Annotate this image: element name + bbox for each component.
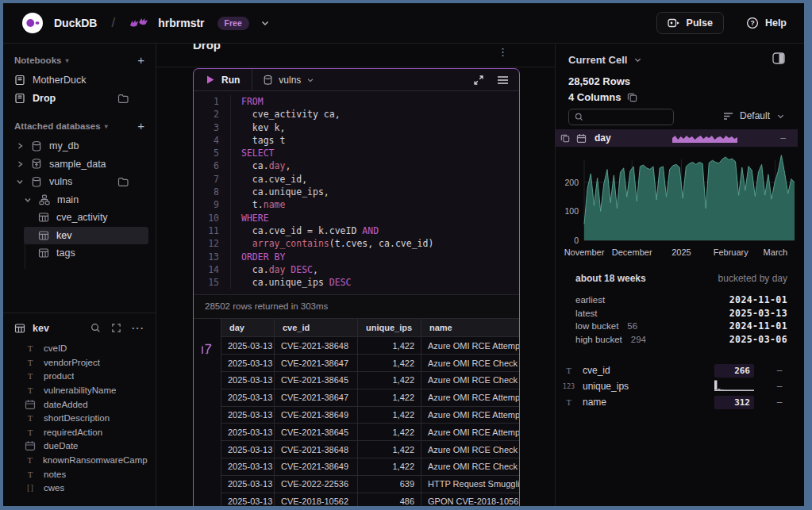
duckdb-logo-icon[interactable] bbox=[22, 13, 43, 33]
inspector-column-cve_id[interactable]: Tcve_id266– bbox=[556, 362, 798, 378]
tree-item-my_db[interactable]: my_db bbox=[3, 137, 156, 155]
tree-item-main[interactable]: main bbox=[3, 191, 156, 209]
workspace-name[interactable]: hrbrmstr bbox=[158, 17, 204, 29]
svg-text:100: 100 bbox=[564, 206, 579, 216]
stat-row-low-bucket: low bucket562024-11-01 bbox=[575, 320, 787, 333]
cell-scope-selector[interactable]: Current Cell bbox=[568, 54, 642, 66]
workspace-chevron-down-icon[interactable] bbox=[260, 18, 270, 28]
column-explorer-icon[interactable] bbox=[200, 343, 213, 355]
schema-field-knownRansomwareCamp[interactable]: TknownRansomwareCamp... bbox=[3, 453, 156, 467]
table-row[interactable]: 2025-03-13CVE-2022-22536639HTTP Request … bbox=[221, 476, 519, 493]
stat-value: 2024-11-01 bbox=[729, 294, 787, 305]
schema-field-cveID[interactable]: TcveID bbox=[3, 341, 156, 355]
schema-search-icon[interactable] bbox=[90, 323, 101, 333]
table-row[interactable]: 2025-03-13CVE-2021-386451,422Azure OMI R… bbox=[221, 372, 519, 389]
code-line: 12 array_contains(t.cves, ca.cve_id) bbox=[194, 237, 519, 250]
attach-database-button[interactable]: + bbox=[137, 122, 144, 130]
expand-cell-icon[interactable] bbox=[473, 75, 484, 86]
code-text: WHERE bbox=[231, 212, 269, 224]
schema-field-label: dateAdded bbox=[44, 400, 88, 409]
schema-field-requiredAction[interactable]: TrequiredAction bbox=[3, 425, 156, 439]
cell: CVE-2021-38645 bbox=[274, 372, 357, 389]
code-text: array_contains(t.cves, ca.cve_id) bbox=[231, 237, 433, 250]
tree-item-cve_activity[interactable]: cve_activity bbox=[3, 209, 156, 227]
schema-more-icon[interactable]: ··· bbox=[132, 322, 144, 334]
copy-columns-icon[interactable] bbox=[627, 92, 637, 102]
run-button[interactable]: Run bbox=[194, 69, 252, 90]
panel-toggle-icon[interactable] bbox=[772, 52, 785, 64]
sort-selector[interactable]: Default bbox=[723, 110, 785, 121]
code-line: 1FROM bbox=[194, 95, 519, 108]
notebook-item-motherduck[interactable]: MotherDuck bbox=[3, 71, 156, 90]
tree-item-label: tags bbox=[56, 247, 144, 259]
breadcrumb-separator: / bbox=[111, 15, 115, 31]
chevron-right-icon[interactable] bbox=[16, 142, 24, 150]
table-row[interactable]: 2025-03-13CVE-2021-386491,422Azure OMI R… bbox=[221, 407, 519, 424]
cell: Azure OMI RCE Attempt bbox=[421, 337, 519, 355]
schema-field-vendorProject[interactable]: TvendorProject bbox=[3, 355, 156, 370]
column-header-unique_ips[interactable]: unique_ips bbox=[357, 319, 421, 337]
notebook-icon bbox=[14, 93, 25, 104]
inspector-column-name[interactable]: Tname312– bbox=[556, 394, 798, 410]
collapse-column-icon[interactable]: – bbox=[780, 132, 786, 144]
database-selector[interactable]: vulns bbox=[252, 69, 325, 90]
brand-label[interactable]: DuckDB bbox=[54, 17, 97, 29]
inspector-column-unique_ips[interactable]: 123unique_ips– bbox=[556, 378, 798, 394]
cell-menu-icon[interactable] bbox=[497, 75, 509, 85]
schema-field-dateAdded[interactable]: dateAdded bbox=[3, 397, 156, 412]
tree-item-sample_data[interactable]: sample_data bbox=[3, 155, 156, 174]
databases-section-header[interactable]: Attached databases ▾ + bbox=[3, 107, 156, 137]
collapse-column-icon[interactable]: – bbox=[768, 381, 791, 392]
chevron-right-icon[interactable] bbox=[16, 160, 24, 168]
database-icon bbox=[31, 158, 42, 170]
tree-item-tags[interactable]: tags bbox=[3, 244, 156, 263]
table-row[interactable]: 2025-03-13CVE-2021-386451,422Azure OMI R… bbox=[221, 424, 519, 441]
text-type-icon: T bbox=[562, 397, 575, 407]
stat-row-earliest: earliest2024-11-01 bbox=[575, 293, 787, 307]
pulse-button[interactable]: Pulse bbox=[656, 12, 724, 34]
tree-item-vulns[interactable]: vulns bbox=[3, 173, 156, 191]
table-row[interactable]: 2025-03-13CVE-2021-386481,422Azure OMI R… bbox=[221, 337, 519, 355]
date-type-icon bbox=[25, 399, 36, 410]
schema-field-dueDate[interactable]: dueDate bbox=[3, 439, 156, 454]
notebooks-section-header[interactable]: Notebooks ▾ + bbox=[3, 44, 156, 71]
selected-column-row[interactable]: day – bbox=[556, 129, 798, 147]
help-button[interactable]: ? Help bbox=[746, 17, 787, 29]
databases-caret-icon: ▾ bbox=[105, 123, 108, 130]
column-header-name[interactable]: name bbox=[421, 319, 519, 337]
results-table[interactable]: daycve_idunique_ipsname2025-03-13CVE-202… bbox=[221, 319, 519, 506]
table-row[interactable]: 2025-03-13CVE-2018-10562486GPON CVE-2018… bbox=[221, 493, 519, 506]
column-search-input[interactable] bbox=[588, 113, 668, 122]
stat-row-high-bucket: high bucket2942025-03-06 bbox=[575, 333, 787, 347]
notebook-item-label: Drop bbox=[33, 93, 110, 104]
cell: CVE-2022-22536 bbox=[274, 476, 357, 493]
column-header-cve_id[interactable]: cve_id bbox=[274, 319, 357, 337]
schema-field-label: vulnerabilityName bbox=[44, 385, 116, 395]
table-row[interactable]: 2025-03-13CVE-2021-386481,422Azure OMI R… bbox=[221, 441, 519, 458]
tree-item-kev[interactable]: kev bbox=[24, 227, 148, 245]
table-row[interactable]: 2025-03-13CVE-2021-386471,422Azure OMI R… bbox=[221, 355, 519, 372]
column-header-day[interactable]: day bbox=[221, 319, 274, 337]
add-notebook-button[interactable]: + bbox=[137, 56, 144, 64]
code-line: 13ORDER BY bbox=[194, 251, 519, 263]
chevron-down-icon[interactable] bbox=[24, 196, 32, 204]
cell: GPON CVE-2018-10561 R bbox=[421, 493, 519, 506]
schema-field-product[interactable]: Tproduct bbox=[3, 370, 156, 384]
table-row[interactable]: 2025-03-13CVE-2021-386471,422Azure OMI R… bbox=[221, 389, 519, 407]
cell-kebab-menu-icon[interactable]: ⋮ bbox=[498, 46, 508, 58]
chevron-down-icon[interactable] bbox=[16, 178, 24, 186]
collapse-column-icon[interactable]: – bbox=[768, 397, 791, 408]
sql-editor[interactable]: 1FROM2 cve_activity ca,3 kev k,4 tags t5… bbox=[194, 91, 519, 294]
schema-field-notes[interactable]: Tnotes bbox=[3, 467, 156, 481]
copy-column-icon[interactable] bbox=[560, 133, 570, 143]
collapse-column-icon[interactable]: – bbox=[768, 365, 791, 376]
schema-field-cwes[interactable]: [ ]cwes bbox=[3, 481, 156, 495]
line-number: 5 bbox=[194, 147, 231, 159]
notebook-item-drop[interactable]: Drop bbox=[3, 90, 156, 108]
table-row[interactable]: 2025-03-13CVE-2021-386491,422Azure OMI R… bbox=[221, 458, 519, 476]
sql-cell: Run vulns bbox=[193, 68, 520, 506]
schema-field-vulnerabilityName[interactable]: TvulnerabilityName bbox=[3, 383, 156, 397]
schema-focus-icon[interactable] bbox=[111, 323, 121, 333]
cell: 639 bbox=[357, 476, 421, 493]
schema-field-shortDescription[interactable]: TshortDescription bbox=[3, 411, 156, 425]
